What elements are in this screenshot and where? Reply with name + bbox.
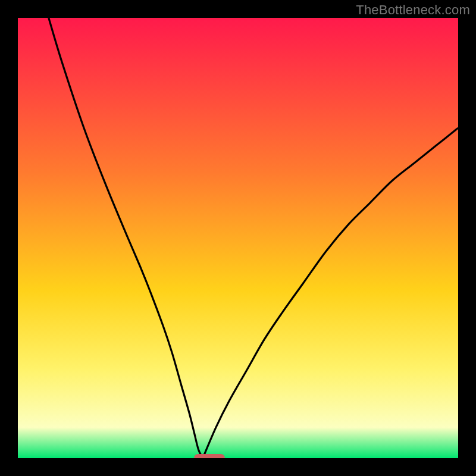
optimal-range-marker [194,454,225,458]
watermark-text: TheBottleneck.com [356,2,470,18]
bottleneck-curve [18,18,458,458]
curve-right-branch [203,128,458,458]
curve-left-branch [49,18,203,458]
plot-area [18,18,458,458]
chart-frame: TheBottleneck.com [0,0,476,476]
